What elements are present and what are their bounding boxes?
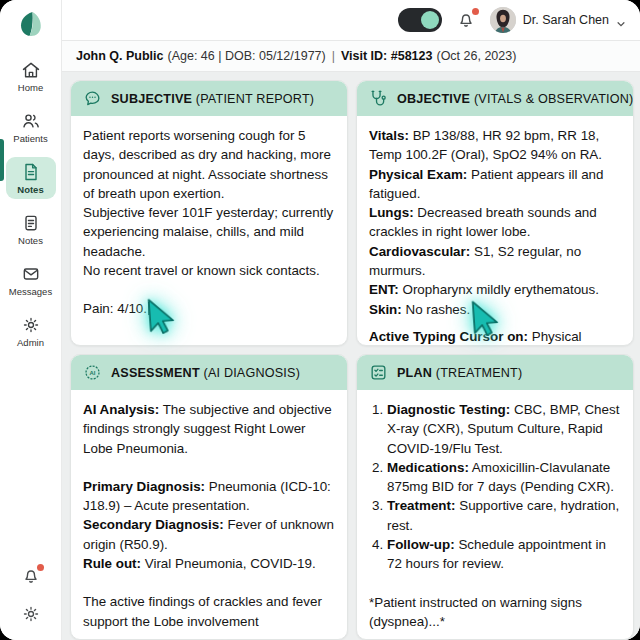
main-column: Dr. Sarah Chen John Q. Public (Age: 46 |… <box>62 0 640 640</box>
visit-id: Visit ID: #58123 <box>341 49 433 63</box>
assessment-closing-line: The active findings of crackles and feve… <box>83 592 335 631</box>
objective-line: Skin: No rashes. <box>369 300 621 319</box>
notification-dot <box>37 564 44 571</box>
card-title: OBJECTIVE (VITALS & OBSERVATION) <box>397 92 633 106</box>
top-bar: Dr. Sarah Chen <box>62 0 640 40</box>
sidebar-footer <box>21 566 41 624</box>
speech-bubble-icon <box>83 89 102 108</box>
plan-note-editor[interactable]: Diagnostic Testing: CBC, BMP, Chest X-ra… <box>357 390 633 640</box>
svg-text:AI: AI <box>90 370 96 376</box>
primary-diagnosis-line: Primary Diagnosis: Pneumonia (ICD-10: J1… <box>83 477 335 516</box>
sidebar-item-label: Patients <box>13 133 47 144</box>
plan-item: Medications: Amoxicillin-Clavulanate 875… <box>387 458 621 497</box>
patients-icon <box>21 111 41 131</box>
assessment-card: AI ASSESSMENT (AI DIAGNOSIS) AI Analysis… <box>70 354 348 640</box>
app-logo-leaf-icon <box>15 9 47 41</box>
gear-icon <box>21 315 41 335</box>
objective-line: Cardiovascular: S1, S2 regular, no murmu… <box>369 242 621 281</box>
plan-item: Diagnostic Testing: CBC, BMP, Chest X-ra… <box>387 400 621 458</box>
sidebar-item-patients[interactable]: Patients <box>6 106 56 148</box>
home-icon <box>21 60 41 80</box>
subjective-paragraph: Subjective fever 101F yesterday; current… <box>83 203 335 261</box>
sidebar-item-admin[interactable]: Admin <box>6 310 56 352</box>
subjective-note-editor[interactable]: Patient reports worsening cough for 5 da… <box>71 116 347 345</box>
sidebar-item-home[interactable]: Home <box>6 55 56 97</box>
doctor-name: Dr. Sarah Chen <box>523 13 609 27</box>
rule-out-line: Rule out: Viral Pneumonia, COVID-19. <box>83 554 335 573</box>
secondary-diagnosis-line: Secondary Diagnosis: Fever of unknown or… <box>83 515 335 554</box>
visit-date: (Oct 26, 2023) <box>436 49 516 63</box>
note-lines-icon <box>21 213 41 233</box>
objective-line: Physical Exam: Patient appears ill and f… <box>369 165 621 204</box>
profile-menu[interactable]: Dr. Sarah Chen <box>490 7 626 33</box>
app-window: Home Patients Notes Notes Messag <box>0 0 640 640</box>
subjective-paragraph: Patient reports worsening cough for 5 da… <box>83 126 335 203</box>
sidebar-item-label: Messages <box>9 286 52 297</box>
notification-dot <box>472 8 479 15</box>
patient-details: (Age: 46 | DOB: 05/12/1977) <box>168 49 326 63</box>
plan-card-header: PLAN (TREATMENT) <box>357 355 633 390</box>
objective-card: OBJECTIVE (VITALS & OBSERVATION) Vitals:… <box>356 80 634 346</box>
subjective-paragraph: No recent travel or known sick contacts. <box>83 261 335 280</box>
sidebar-item-notes-active[interactable]: Notes <box>6 157 56 199</box>
ai-brain-icon: AI <box>83 363 102 382</box>
patient-name: John Q. Public <box>76 49 164 63</box>
sidebar-item-messages[interactable]: Messages <box>6 259 56 301</box>
sidebar-nav: Home Patients Notes Notes Messag <box>0 55 61 352</box>
assessment-note-editor[interactable]: AI Analysis: The subjective and objectiv… <box>71 390 347 640</box>
objective-line: Vitals: BP 138/88, HR 92 bpm, RR 18, Tem… <box>369 126 621 165</box>
envelope-icon <box>21 264 41 284</box>
objective-line: ENT: Oropharynx mildly erythematous. <box>369 280 621 299</box>
soap-notes-grid: SUBJECTIVE (PATIENT REPORT) Patient repo… <box>62 72 640 640</box>
objective-card-header: OBJECTIVE (VITALS & OBSERVATION) <box>357 81 633 116</box>
separator: | <box>332 49 335 63</box>
objective-line: Active Typing Cursor on: Physical findin… <box>369 327 621 346</box>
card-title: PLAN (TREATMENT) <box>397 366 522 380</box>
assessment-card-header: AI ASSESSMENT (AI DIAGNOSIS) <box>71 355 347 390</box>
ai-analysis-line: AI Analysis: The subjective and objectiv… <box>83 400 335 458</box>
subjective-card-header: SUBJECTIVE (PATIENT REPORT) <box>71 81 347 116</box>
theme-toggle[interactable] <box>398 8 442 32</box>
objective-line: Lungs: Decreased breath sounds and crack… <box>369 203 621 242</box>
plan-list: Diagnostic Testing: CBC, BMP, Chest X-ra… <box>369 400 621 574</box>
plan-footnote: *Patient instructed on warning signs (dy… <box>369 593 621 632</box>
sidebar-item-label: Notes <box>18 235 43 246</box>
sidebar-item-label: Home <box>18 82 43 93</box>
plan-card: PLAN (TREATMENT) Diagnostic Testing: CBC… <box>356 354 634 640</box>
settings-gear-icon[interactable] <box>21 604 41 624</box>
toggle-knob <box>421 11 439 29</box>
doctor-avatar <box>490 7 516 33</box>
sidebar-item-label: Notes <box>17 184 43 195</box>
subjective-card: SUBJECTIVE (PATIENT REPORT) Patient repo… <box>70 80 348 346</box>
active-nav-indicator <box>0 139 4 181</box>
stethoscope-icon <box>369 89 388 108</box>
sidebar: Home Patients Notes Notes Messag <box>0 0 62 640</box>
pain-score-line: Pain: 4/10. <box>83 299 335 318</box>
notifications-bell-icon[interactable] <box>21 566 41 586</box>
card-title: SUBJECTIVE (PATIENT REPORT) <box>111 92 314 106</box>
objective-note-editor[interactable]: Vitals: BP 138/88, HR 92 bpm, RR 18, Tem… <box>357 116 633 346</box>
text-caret <box>148 302 150 315</box>
card-title: ASSESSMENT (AI DIAGNOSIS) <box>111 366 300 380</box>
note-document-icon <box>21 162 41 182</box>
header-bell-icon[interactable] <box>456 10 476 30</box>
chevron-down-icon <box>616 15 626 25</box>
patient-info-bar: John Q. Public (Age: 46 | DOB: 05/12/197… <box>62 40 640 72</box>
checklist-icon <box>369 363 388 382</box>
plan-item: Treatment: Supportive care, hydration, r… <box>387 496 621 535</box>
sidebar-item-label: Admin <box>17 337 44 348</box>
plan-item: Follow-up: Schedule appointment in 72 ho… <box>387 535 621 574</box>
sidebar-item-notes-2[interactable]: Notes <box>6 208 56 250</box>
